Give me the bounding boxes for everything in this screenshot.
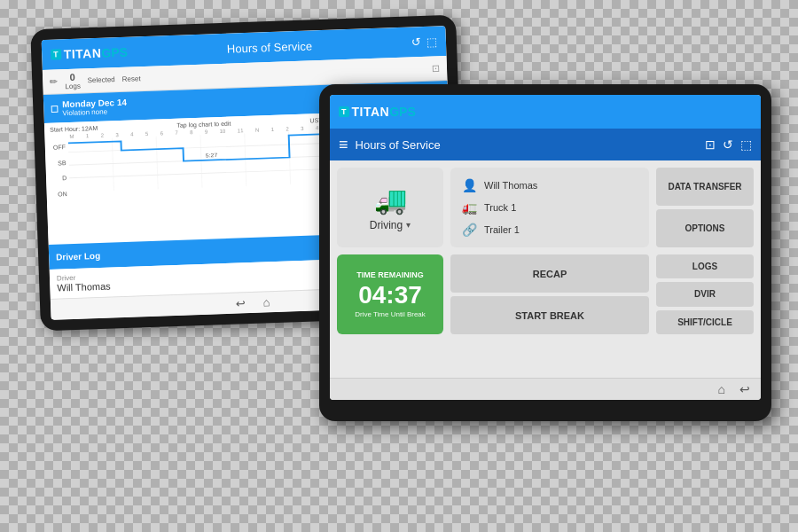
driving-status-card[interactable]: 🚚 Driving ▾ xyxy=(337,168,443,247)
back-toolbar-reset[interactable]: Reset xyxy=(122,74,141,83)
person-icon: 👤 xyxy=(461,178,477,192)
front-tablet: T TITAN GPS ≡ Hours of Service ⊡ ↺ ⬚ xyxy=(319,84,771,421)
time-remaining-sub: Drive Time Until Break xyxy=(355,310,426,318)
data-transfer-button[interactable]: DATA TRANSFER xyxy=(656,168,754,206)
recap-button[interactable]: RECAP xyxy=(450,254,649,293)
driver-details-card: 👤 Will Thomas 🚛 Truck 1 🔗 Trailer 1 xyxy=(450,168,649,247)
time-remaining-card: Time Remaining 04:37 Drive Time Until Br… xyxy=(337,254,443,334)
action-row: Time Remaining 04:37 Drive Time Until Br… xyxy=(337,254,754,334)
log-violation: Violation none xyxy=(62,107,127,118)
svg-text:5:27: 5:27 xyxy=(206,152,218,158)
front-nav-back-icon[interactable]: ↩ xyxy=(739,382,750,396)
dvir-button[interactable]: DVIR xyxy=(656,282,754,306)
back-toolbar-logs: 0 Logs xyxy=(65,72,81,91)
trailer-icon: 🔗 xyxy=(461,223,477,237)
truck-row: 🚛 Truck 1 xyxy=(461,200,638,215)
truck-icon: 🚛 xyxy=(461,200,477,215)
front-refresh-icon[interactable]: ↺ xyxy=(723,137,733,152)
chart-y-labels: OFF SB D ON xyxy=(51,139,70,202)
screen-icon[interactable]: ⊡ xyxy=(705,137,716,152)
front-logout-icon[interactable]: ⬚ xyxy=(740,137,752,152)
front-logo-gps: GPS xyxy=(389,105,416,119)
front-nav-home-icon[interactable]: ⌂ xyxy=(718,382,725,396)
back-nav-back-icon[interactable]: ↩ xyxy=(235,296,246,309)
front-bottom-nav: ⌂ ↩ xyxy=(330,378,761,400)
start-break-button[interactable]: START BREAK xyxy=(450,296,649,334)
front-sub-header: ≡ Hours of Service ⊡ ↺ ⬚ xyxy=(330,129,761,160)
shift-cicle-button[interactable]: SHIFT/CICLE xyxy=(656,310,754,334)
svg-line-3 xyxy=(112,137,113,191)
logo-gps: GPS xyxy=(101,45,128,60)
svg-line-4 xyxy=(156,137,158,190)
back-refresh-icon[interactable]: ↺ xyxy=(411,35,422,49)
options-button[interactable]: OPTIONS xyxy=(656,209,754,247)
back-login-icon[interactable]: ⬚ xyxy=(426,35,438,48)
front-header-icons: ⊡ ↺ ⬚ xyxy=(705,137,752,152)
front-logo-icon: T xyxy=(339,106,349,117)
truck-driving-icon: 🚚 xyxy=(374,184,407,215)
back-header-title: Hours of Service xyxy=(128,35,412,59)
back-toolbar-selected: Selected xyxy=(87,75,114,84)
back-nav-home-icon[interactable]: ⌂ xyxy=(262,295,270,309)
front-main: 🚚 Driving ▾ 👤 Will Thomas 🚛 xyxy=(330,160,761,378)
logo-titan: TITAN xyxy=(63,46,101,61)
front-logo-titan: TITAN xyxy=(352,105,390,119)
driving-label-row: Driving ▾ xyxy=(370,219,411,231)
trailer-row: 🔗 Trailer 1 xyxy=(461,223,638,237)
time-remaining-value: 04:37 xyxy=(358,283,422,308)
front-header-title: Hours of Service xyxy=(356,138,698,152)
right-buttons-bottom: LOGS DVIR SHIFT/CICLE xyxy=(656,254,754,334)
driver-name-row: 👤 Will Thomas xyxy=(461,178,638,192)
logo-icon: T xyxy=(51,49,61,59)
back-logo: T TITAN GPS xyxy=(51,45,128,62)
right-buttons-top: DATA TRANSFER OPTIONS xyxy=(656,168,754,247)
time-remaining-label: Time Remaining xyxy=(356,270,424,279)
menu-icon[interactable]: ≡ xyxy=(339,136,348,154)
pencil-icon: ✏ xyxy=(50,75,58,87)
log-entry-date: ☐ Monday Dec 14 Violation none xyxy=(51,98,127,118)
front-tablet-screen: T TITAN GPS ≡ Hours of Service ⊡ ↺ ⬚ xyxy=(330,95,761,400)
status-row: 🚚 Driving ▾ 👤 Will Thomas 🚛 xyxy=(337,168,754,247)
middle-buttons: RECAP START BREAK xyxy=(450,254,649,334)
front-header: T TITAN GPS xyxy=(330,95,761,129)
front-logo: T TITAN GPS xyxy=(339,105,416,119)
back-toolbar-icon: ⊡ xyxy=(432,62,440,74)
logs-button[interactable]: LOGS xyxy=(656,254,754,278)
